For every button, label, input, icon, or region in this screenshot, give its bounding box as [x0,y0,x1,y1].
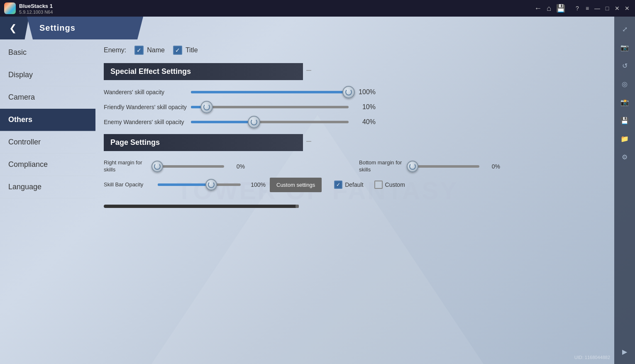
settings-header: ❮ Settings [0,17,143,39]
custom-checkbox[interactable] [374,181,383,189]
enemy-wanderers-thumb[interactable] [248,116,260,128]
enemy-wanderers-fill [191,121,254,123]
skill-bar-fill [158,183,212,186]
enemy-row: Enemy: ✓ Name ✓ Title [104,46,598,55]
friendly-thumb-inner [203,104,210,110]
sidebar: Basic Display Camera Others Controller C… [0,17,95,364]
close-button[interactable]: ✕ [613,5,621,12]
sidebar-item-compliance[interactable]: Compliance [0,154,95,176]
back-button[interactable]: ❮ [0,17,29,39]
enemy-wanderers-track [191,121,349,123]
right-margin-row: Right margin for skills 0% [104,159,342,173]
side-close-button[interactable]: ✕ [623,5,631,12]
app-version: 5.9.12.1003 N64 [19,10,534,15]
sidebar-item-controller[interactable]: Controller [0,131,95,154]
wanderers-skill-fill [191,91,349,93]
settings2-icon[interactable]: ⚙ [616,149,633,165]
sidebar-item-basic[interactable]: Basic [0,42,95,64]
home-nav-icon[interactable]: ⌂ [547,4,551,13]
custom-label: Custom [385,181,405,188]
folder-icon[interactable]: 📁 [616,130,633,147]
maximize-button[interactable]: □ [603,5,611,12]
bottom-margin-thumb[interactable] [407,161,418,172]
location-icon[interactable]: ◎ [616,76,633,92]
arrow-right-icon[interactable]: ▶ [616,343,633,360]
enemy-wanderers-label: Enemy Wanderers' skill opacity [104,119,187,125]
app-logo [4,2,16,14]
sidebar-item-language[interactable]: Language [0,176,95,198]
page-settings-grid: Right margin for skills 0% Bottom margin… [104,159,598,173]
title-check-icon: ✓ [175,47,180,54]
enemy-wanderers-value: 40% [353,118,376,126]
wanderers-skill-track [191,91,349,93]
right-margin-label: Right margin for skills [104,159,154,173]
custom-option[interactable]: Custom [374,181,405,189]
friendly-wanderers-value: 10% [353,103,376,111]
save2-icon[interactable]: 💾 [616,112,633,129]
enemy-wanderers-row: Enemy Wanderers' skill opacity 40% [104,118,598,126]
skill-bar-value: 100% [245,181,266,188]
page-settings-title: Page Settings [110,138,160,147]
title-checkbox-label: Title [186,46,198,54]
settings-title: Settings [39,23,76,33]
window-controls: ? ≡ — □ ✕ ✕ [574,5,631,12]
title-bar-nav: ← ⌂ 💾 [534,4,565,13]
friendly-wanderers-label: Friendly Wanderers' skill opacity [104,104,187,110]
sidebar-item-camera[interactable]: Camera [0,86,95,109]
right-margin-thumb[interactable] [151,161,163,172]
page-settings-header: Page Settings [104,134,303,151]
skill-bar-track-wrapper [158,183,241,186]
help-button[interactable]: ? [574,5,581,12]
skill-bar-label: Skill Bar Opacity [104,181,154,188]
wanderers-skill-label: Wanderers' skill opacity [104,89,187,95]
menu-button[interactable]: ≡ [584,5,591,12]
enemy-label: Enemy: [104,46,126,54]
default-checkbox[interactable]: ✓ [334,181,342,189]
right-margin-value: 0% [228,163,245,170]
uid-text: UID: 1168044882 [574,355,610,360]
scroll-end [296,205,299,208]
friendly-wanderers-thumb[interactable] [200,101,213,113]
default-check-icon: ✓ [336,182,340,188]
wanderers-skill-thumb[interactable] [342,86,355,98]
bottom-margin-value: 0% [484,163,500,170]
right-sidebar: ⤢ 📷 ↺ ◎ 📸 💾 📁 ⚙ ▶ [614,17,635,364]
special-effects-header: Special Effect Settings [104,63,303,80]
save-nav-icon[interactable]: 💾 [556,4,565,13]
wanderers-skill-value: 100% [353,88,376,96]
expand-icon[interactable]: ⤢ [616,21,633,37]
enemy-wanderers-track-wrapper [191,120,349,124]
custom-settings-button[interactable]: Custom settings [270,178,322,192]
special-effects-title: Special Effect Settings [110,67,191,76]
scroll-bar[interactable] [104,205,299,208]
wanderers-thumb-inner [345,89,352,95]
title-bar: BlueStacks 1 5.9.12.1003 N64 ← ⌂ 💾 ? ≡ —… [0,0,635,17]
title-checkbox[interactable]: ✓ [173,46,182,55]
refresh-icon[interactable]: ↺ [616,57,633,74]
app-name: BlueStacks 1 [19,3,53,9]
camera2-icon[interactable]: 📸 [616,94,633,110]
back-nav-icon[interactable]: ← [534,4,542,13]
name-checkbox[interactable]: ✓ [134,46,144,55]
name-checkbox-label: Name [147,46,165,54]
default-option[interactable]: ✓ Default [334,181,363,189]
bottom-margin-row: Bottom margin for skills 0% [359,159,598,173]
friendly-wanderers-track-wrapper [191,105,349,109]
default-label: Default [345,181,363,188]
wanderers-skill-row: Wanderers' skill opacity 100% [104,88,598,96]
sidebar-item-display[interactable]: Display [0,64,95,86]
back-icon: ❮ [9,23,17,34]
name-check-icon: ✓ [137,47,142,54]
bottom-margin-track [413,165,479,168]
content-area: Enemy: ✓ Name ✓ Title Special Effect Set… [95,17,614,364]
name-checkbox-item[interactable]: ✓ Name [134,46,165,55]
minimize-button[interactable]: — [593,5,601,12]
skill-bar-thumb[interactable] [205,179,217,191]
right-margin-track [158,165,224,168]
screenshot-icon[interactable]: 📷 [616,39,633,56]
skill-bar-row: Skill Bar Opacity 100% Custom settings ✓… [104,178,598,192]
right-margin-track-wrapper [158,165,224,168]
bottom-margin-label: Bottom margin for skills [359,159,409,173]
title-checkbox-item[interactable]: ✓ Title [173,46,198,55]
sidebar-item-others[interactable]: Others [0,109,95,131]
